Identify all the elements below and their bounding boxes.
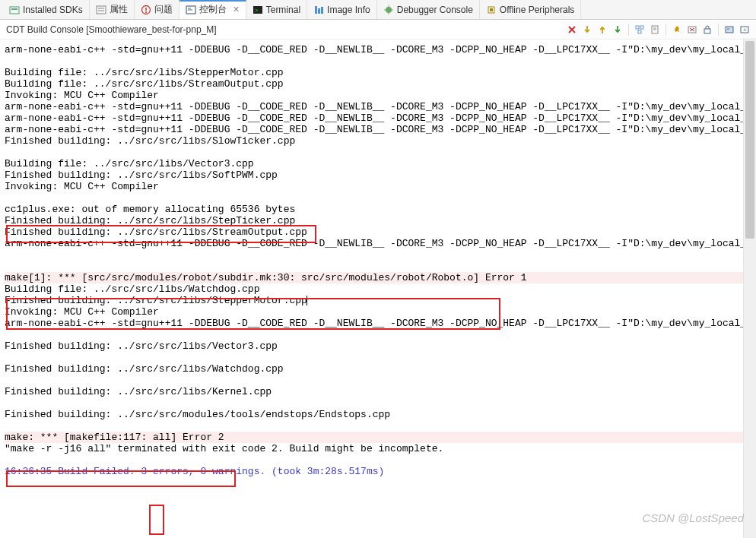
console-line [5, 375, 751, 386]
svg-rect-35 [726, 27, 733, 33]
console-line: Building file: ../src/src/libs/StepperMo… [5, 67, 751, 78]
console-line: arm-none-eabi-c++ -std=gnu++11 -DDEBUG -… [5, 112, 751, 124]
console-line: arm-none-eabi-c++ -std=gnu++11 -DDEBUG -… [5, 101, 751, 112]
tab-label: Installed SDKs [23, 5, 83, 15]
console-line: Invoking: MCU C++ Compiler [5, 181, 751, 192]
svg-text:>: > [255, 7, 259, 14]
console-line [5, 329, 751, 340]
tab-控制台[interactable]: 控制台✕ [179, 0, 246, 19]
tab-label: Debugger Console [397, 5, 473, 15]
scrollbar-thumb[interactable] [745, 41, 754, 239]
terminal-icon: > [253, 5, 263, 15]
console-line [5, 397, 751, 409]
console-build-failed-line: 16:26:35 Build Failed. 3 errors, 0 warni… [5, 466, 751, 477]
console-line: Building file: ../src/src/libs/Vector3.c… [5, 158, 751, 169]
imginfo-icon [313, 5, 324, 15]
doc-button[interactable] [648, 23, 662, 36]
console-line [5, 477, 751, 489]
svg-text:+: + [743, 27, 747, 33]
tab-offline-peripherals[interactable]: Offline Peripherals [480, 0, 582, 19]
svg-rect-26 [640, 26, 643, 29]
console-line: arm-none-eabi-c++ -std=gnu++11 -DDEBUG -… [5, 318, 751, 329]
console-line: Invoking: MCU C++ Compiler [5, 90, 751, 101]
console-line [5, 420, 751, 432]
svg-rect-34 [704, 29, 710, 33]
console-output[interactable]: arm-none-eabi-c++ -std=gnu++11 -DDEBUG -… [0, 40, 756, 538]
problems-icon [141, 5, 151, 15]
separator [718, 24, 719, 36]
console-line: Finished building: ../src/src/libs/SlowT… [5, 135, 751, 147]
tab-属性[interactable]: 属性 [90, 0, 135, 19]
console-line: arm-none-eabi-c++ -std=gnu++11 -DDEBUG -… [5, 44, 751, 55]
tab-label: Terminal [266, 5, 300, 15]
tab-label: Image Info [327, 5, 370, 15]
console-error-line: make[1]: *** [src/src/modules/robot/subd… [5, 272, 751, 283]
tab-label: 属性 [110, 3, 128, 16]
svg-point-7 [145, 11, 147, 13]
console-line: Building file: ../src/src/libs/Watchdog.… [5, 283, 751, 295]
arrow-down-green-button[interactable] [611, 23, 624, 36]
tab-问题[interactable]: 问题 [135, 0, 179, 19]
tab-terminal[interactable]: >Terminal [246, 0, 307, 19]
console-line: Finished building: ../src/src/libs/Stepp… [5, 295, 751, 306]
console-line: arm-none-eabi-c++ -std=gnu++11 -DDEBUG -… [5, 124, 751, 135]
console-line [5, 352, 751, 363]
console-line: Finished building: ../src/src/libs/Strea… [5, 226, 751, 238]
console-error-line: make: *** [makefile:117: all] Error 2 [5, 432, 751, 443]
arrow-down-yellow-button[interactable] [580, 23, 594, 36]
separator [665, 24, 666, 36]
console-line [5, 261, 751, 272]
tree-toggle-button[interactable] [633, 23, 646, 36]
console-line: Invoking: MCU C++ Compiler [5, 306, 751, 318]
clear-console-button[interactable] [685, 23, 699, 36]
close-icon[interactable]: ✕ [233, 5, 240, 14]
svg-rect-0 [10, 7, 19, 14]
console-toolbar: + [561, 21, 756, 39]
console-line [5, 55, 751, 67]
console-line [5, 249, 751, 261]
console-line [5, 454, 751, 466]
console-title: CDT Build Console [Smoothieware_best-for… [0, 21, 561, 38]
props-icon [96, 5, 106, 15]
view-tabs: Installed SDKs属性问题控制台✕>TerminalImage Inf… [0, 0, 756, 20]
periph-icon [486, 5, 497, 15]
tab-debugger-console[interactable]: Debugger Console [377, 0, 480, 19]
console-line: "make -r -j16 all" terminated with exit … [5, 443, 751, 454]
debug-icon [383, 5, 394, 15]
console-line: Finished building: ../src/src/libs/SoftP… [5, 169, 751, 181]
console-line: Finished building: ../src/src/libs/StepT… [5, 215, 751, 226]
console-line: Finished building: ../src/src/libs/Watch… [5, 363, 751, 375]
tab-installed-sdks[interactable]: Installed SDKs [3, 0, 90, 19]
console-line: Building file: ../src/src/libs/StreamOut… [5, 78, 751, 90]
svg-rect-27 [638, 30, 641, 33]
sdk-icon [9, 5, 20, 15]
console-line: cc1plus.exe: out of memory allocating 65… [5, 204, 751, 215]
tab-label: 问题 [154, 3, 173, 16]
console-line [5, 147, 751, 158]
svg-rect-25 [636, 26, 639, 29]
open-console-button[interactable] [723, 23, 736, 36]
scroll-lock-button[interactable] [700, 23, 714, 36]
svg-rect-14 [318, 8, 320, 14]
arrow-up-yellow-button[interactable] [596, 23, 609, 36]
svg-rect-15 [321, 7, 323, 14]
console-line: Finished building: ../src/src/libs/Vecto… [5, 340, 751, 352]
console-icon [186, 5, 196, 15]
console-line: Finished building: ../src/src/libs/Kerne… [5, 386, 751, 397]
console-line: arm-none-eabi-c++ -std=gnu++11 -DDEBUG -… [5, 238, 751, 249]
text-caret [307, 296, 307, 305]
svg-rect-1 [11, 8, 17, 10]
new-console-button[interactable]: + [738, 23, 751, 36]
remove-button[interactable] [565, 23, 579, 36]
svg-rect-13 [315, 6, 317, 14]
pin-button[interactable] [670, 23, 684, 36]
console-line: Finished building: ../src/src/modules/to… [5, 409, 751, 420]
tab-image-info[interactable]: Image Info [307, 0, 377, 19]
svg-rect-2 [97, 6, 106, 14]
vertical-scrollbar[interactable] [743, 38, 756, 538]
console-line [5, 192, 751, 204]
tab-label: 控制台 [199, 3, 227, 16]
tab-label: Offline Peripherals [500, 5, 575, 15]
svg-rect-22 [490, 8, 493, 11]
separator [628, 24, 629, 36]
